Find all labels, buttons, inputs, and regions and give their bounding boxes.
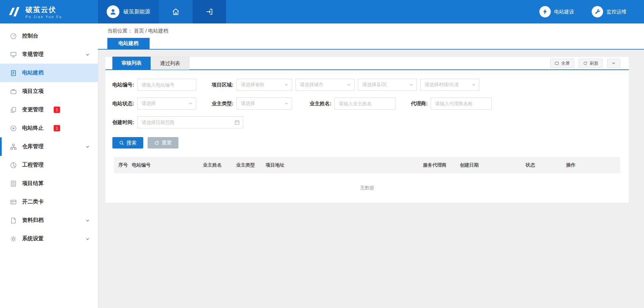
sidebar-item-warehouse-mgmt[interactable]: 仓库管理 xyxy=(0,137,98,156)
home-icon xyxy=(172,8,180,16)
fullscreen-button[interactable]: 全屏 xyxy=(550,59,574,68)
owner-type-label: 业主类型: xyxy=(212,101,233,107)
reset-button[interactable]: 重置 xyxy=(148,137,178,148)
brand-title: 破茧云伏 xyxy=(25,5,62,14)
sidebar-item-label: 项目结算 xyxy=(22,180,44,187)
chevron-down-icon xyxy=(284,83,288,87)
dashboard-icon xyxy=(10,33,17,40)
date-range-input[interactable] xyxy=(137,116,243,128)
station-no-input[interactable] xyxy=(137,79,196,91)
stop-circle-icon xyxy=(10,125,17,132)
sidebar-item-label: 资料归档 xyxy=(22,217,44,224)
refresh-label: 刷新 xyxy=(590,60,598,66)
search-label: 搜索 xyxy=(126,140,137,146)
app-header: 破茧云伏 Po Jian Yun Fu 破茧新能源 xyxy=(0,0,644,23)
logout-button[interactable] xyxy=(193,0,226,23)
fullscreen-icon xyxy=(554,61,559,66)
search-button[interactable]: 搜索 xyxy=(112,137,143,148)
brand-logo: 破茧云伏 Po Jian Yun Fu xyxy=(0,0,98,23)
sidebar-item-station-archive[interactable]: 电站建档 xyxy=(0,64,98,82)
sidebar-item-system-settings[interactable]: 系统设置 xyxy=(0,230,98,248)
chevron-down-icon xyxy=(85,237,90,241)
sitemap-icon xyxy=(10,143,17,150)
station-no-label: 电站编号: xyxy=(112,82,134,88)
col-owner-name: 业主姓名 xyxy=(203,162,236,168)
calendar-icon xyxy=(234,120,240,125)
home-button[interactable] xyxy=(159,0,193,23)
results-table: 序号 电站编号 业主姓名 业主类型 项目地址 服务代理商 创建日期 状态 操作 … xyxy=(114,157,620,203)
sidebar-item-label: 电站建档 xyxy=(22,69,44,76)
file-icon xyxy=(10,217,17,224)
notification-badge: 1 xyxy=(54,125,60,131)
date-range-field[interactable] xyxy=(137,116,243,128)
station-status-select[interactable]: 请选择 xyxy=(137,98,196,110)
sidebar-item-engineering-mgmt[interactable]: 工程管理 xyxy=(0,156,98,174)
notification-badge: 1 xyxy=(54,107,60,113)
nav-station-build[interactable]: 电站建设 xyxy=(539,6,574,17)
tab-review-list[interactable]: 审核列表 xyxy=(112,57,151,70)
copy-icon xyxy=(10,107,17,113)
wrench-icon xyxy=(592,6,603,17)
sidebar-item-project-initiation[interactable]: 项目立项 xyxy=(0,82,98,101)
sidebar-item-change-mgmt[interactable]: 变更管理 1 xyxy=(0,101,98,119)
refresh-button[interactable]: 刷新 xyxy=(579,59,603,68)
sidebar-item-project-settlement[interactable]: 项目结算 xyxy=(0,174,98,193)
breadcrumb: 当前位置： 首页 / 电站建档 xyxy=(107,28,644,34)
owner-name-label: 业主姓名: xyxy=(310,101,331,107)
sidebar-item-label: 控制台 xyxy=(22,33,38,40)
sidebar-item-console[interactable]: 控制台 xyxy=(0,27,98,45)
county-placeholder: 请选择县/区 xyxy=(362,82,387,88)
sidebar-item-data-archive[interactable]: 资料归档 xyxy=(0,211,98,230)
pie-chart-icon xyxy=(10,162,17,169)
search-icon xyxy=(119,140,124,145)
calculator-icon xyxy=(10,180,17,187)
province-select[interactable]: 请选择省份 xyxy=(236,79,292,91)
panel-tab-bar: 审核列表 通过列表 全屏 刷 xyxy=(105,57,629,70)
sidebar-item-label: 常规管理 xyxy=(22,51,44,58)
user-menu[interactable]: 破茧新能源 xyxy=(98,0,159,23)
content-card: 审核列表 通过列表 全屏 刷 xyxy=(105,57,629,203)
owner-name-input[interactable] xyxy=(334,98,395,110)
sidebar-item-label: 仓库管理 xyxy=(22,143,44,150)
city-placeholder: 请选择城市 xyxy=(300,82,323,88)
tab-passed-list[interactable]: 通过列表 xyxy=(151,57,190,70)
owner-type-select[interactable]: 请选择 xyxy=(236,98,292,110)
sidebar-item-label: 项目立项 xyxy=(22,88,44,95)
chevron-down-icon xyxy=(85,144,90,149)
lightning-icon xyxy=(539,6,551,17)
chevron-down-icon xyxy=(611,61,616,65)
town-select[interactable]: 请选择村镇/街道 xyxy=(420,79,479,91)
agent-input[interactable] xyxy=(431,98,492,110)
breadcrumb-home-link[interactable]: 首页 xyxy=(134,28,144,34)
breadcrumb-bar: 当前位置： 首页 / 电站建档 电站建档 xyxy=(98,23,644,50)
company-name: 破茧新能源 xyxy=(123,8,150,15)
province-placeholder: 请选择省份 xyxy=(241,82,264,88)
briefcase-icon xyxy=(10,88,17,95)
collapse-toolbar-button[interactable] xyxy=(607,59,620,68)
monitor-icon xyxy=(10,51,17,58)
filter-form: 电站编号: 项目区域: 请选择省份 请选择城市 请选择县/区 xyxy=(105,70,629,203)
town-placeholder: 请选择村镇/街道 xyxy=(425,82,459,88)
sidebar-item-open-card[interactable]: 开二类卡 xyxy=(0,193,98,211)
main-content: 当前位置： 首页 / 电站建档 电站建档 审核列表 通过列表 全屏 xyxy=(98,23,644,308)
breadcrumb-current: 电站建档 xyxy=(148,28,168,34)
col-station-no: 电站编号 xyxy=(132,162,203,168)
sidebar-item-station-termination[interactable]: 电站终止 1 xyxy=(0,119,98,137)
sidebar-item-general-mgmt[interactable]: 常规管理 xyxy=(0,45,98,64)
station-status-placeholder: 请选择 xyxy=(142,101,156,107)
sidebar: 控制台 常规管理 电站建档 项目立项 xyxy=(0,23,98,308)
create-time-label: 创建时间: xyxy=(112,119,134,126)
county-select[interactable]: 请选择县/区 xyxy=(358,79,417,91)
chevron-down-icon xyxy=(284,102,288,106)
nav-monitor-ops[interactable]: 监控运维 xyxy=(592,6,627,17)
page-tab-station-archive[interactable]: 电站建档 xyxy=(107,38,150,49)
user-avatar-icon xyxy=(107,5,119,18)
chevron-down-icon xyxy=(85,218,90,223)
owner-type-placeholder: 请选择 xyxy=(241,101,255,107)
sidebar-item-label: 工程管理 xyxy=(22,162,44,169)
region-label: 项目区域: xyxy=(212,82,233,88)
table-header-row: 序号 电站编号 业主姓名 业主类型 项目地址 服务代理商 创建日期 状态 操作 xyxy=(114,157,620,173)
city-select[interactable]: 请选择城市 xyxy=(296,79,355,91)
nav-label: 监控运维 xyxy=(606,9,627,15)
sidebar-item-label: 开二类卡 xyxy=(22,198,44,205)
